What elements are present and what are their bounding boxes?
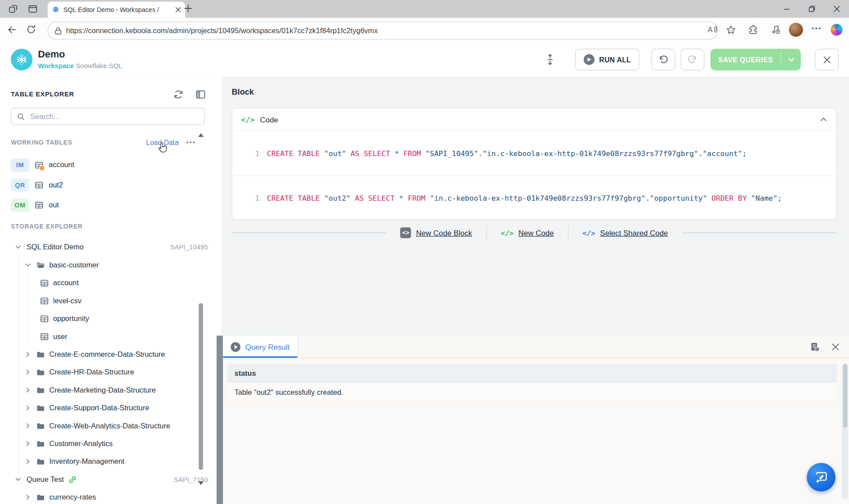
sql-editor-2[interactable]: 1CREATE TABLE "out2" AS SELECT * FROM "i… <box>232 176 836 221</box>
tree-row-create-web-analytics-data-structure[interactable]: Create-Web-Analytics-Data-Structure <box>0 417 217 435</box>
tree-row-inventory-management[interactable]: Inventory-Management <box>0 453 217 470</box>
close-workspace-button[interactable] <box>815 49 839 70</box>
shared-code-icon: </> <box>582 229 595 237</box>
folder-icon <box>36 404 45 412</box>
tree-row-user[interactable]: user <box>0 328 217 345</box>
scrollbar-thumb[interactable] <box>843 364 847 428</box>
window-restore-icon[interactable] <box>799 0 824 18</box>
collapse-editors-icon[interactable] <box>543 53 557 67</box>
window-minimize-icon[interactable] <box>774 0 799 18</box>
redo-button[interactable] <box>681 49 704 70</box>
divider-line <box>232 232 386 233</box>
sql-code-line: CREATE TABLE "out2" AS SELECT * FROM "in… <box>267 194 782 202</box>
working-table-account[interactable]: IMaccount <box>11 155 197 175</box>
toggle-sidebar-icon[interactable] <box>195 89 206 99</box>
undo-button[interactable] <box>651 49 675 70</box>
tree-row-customer-analytics[interactable]: Customer-Analytics <box>0 435 217 452</box>
query-result-tab[interactable]: Query Result <box>223 336 298 358</box>
tree-row-sql-editor-demo[interactable]: SQL Editor DemoSAPI_10495 <box>0 238 217 256</box>
search-icon <box>17 112 25 120</box>
chevron-right-icon[interactable] <box>24 422 32 430</box>
tree-row-create-e-commerce-data-structure[interactable]: Create-E-commerce-Data-Structure <box>0 345 217 363</box>
working-tables-menu-icon[interactable] <box>186 141 195 144</box>
browser-menu-icon[interactable] <box>812 27 821 30</box>
run-all-button[interactable]: RUN ALL <box>575 49 639 70</box>
panel-resize-handle[interactable] <box>217 336 223 504</box>
tree-row-queue-test[interactable]: Queue TestSAPI_7150 <box>0 470 217 488</box>
collapse-code-icon[interactable] <box>820 115 827 123</box>
close-result-icon[interactable] <box>832 343 839 351</box>
new-code-button[interactable]: </> New Code <box>487 229 568 237</box>
working-table-out[interactable]: OMout <box>11 195 197 215</box>
sql-editor-1[interactable]: 1CREATE TABLE "out" AS SELECT * FROM "SA… <box>232 131 836 175</box>
table-name: out2 <box>49 181 63 189</box>
refresh-tables-icon[interactable] <box>173 89 184 99</box>
tree-row-opportunity[interactable]: opportunity <box>0 309 217 327</box>
vertical-tabs-icon[interactable] <box>28 4 38 14</box>
tree-row-create-hr-data-structure[interactable]: Create-HR-Data-Structure <box>0 363 217 381</box>
copilot-icon[interactable] <box>830 24 842 36</box>
scroll-down-icon[interactable] <box>198 481 203 485</box>
chevron-down-icon[interactable] <box>24 261 32 269</box>
snowflake-logo <box>11 49 32 70</box>
sql-code-line: CREATE TABLE "out" AS SELECT * FROM "SAP… <box>267 149 747 158</box>
profile-avatar[interactable] <box>789 23 803 37</box>
divider-line <box>682 232 836 233</box>
tree-row-create-support-data-structure[interactable]: Create-Support-Data-Structure <box>0 399 217 416</box>
folder-icon <box>36 493 45 502</box>
chevron-right-icon[interactable] <box>24 368 32 376</box>
play-icon <box>584 54 594 65</box>
tree-row-currency-rates[interactable]: currency-rates <box>0 488 217 504</box>
scroll-up-icon[interactable] <box>198 133 203 137</box>
tree-row-account[interactable]: account <box>0 274 217 292</box>
window-controls <box>774 0 849 18</box>
extensions-icon[interactable] <box>748 25 758 34</box>
table-icon <box>34 180 43 189</box>
tree-label: user <box>53 332 67 340</box>
select-shared-code-button[interactable]: </> Select Shared Code <box>568 229 682 237</box>
workspace-title: Demo <box>38 49 65 60</box>
tree-label: opportunity <box>53 314 89 322</box>
save-queries-button[interactable]: SAVE QUERIES <box>711 49 801 70</box>
browser-tab-strip: SQL Editor Demo - Workspaces / <box>0 0 849 18</box>
chevron-right-icon[interactable] <box>24 439 32 447</box>
favorites-star-icon[interactable] <box>726 25 736 34</box>
tree-row-create-marketing-data-structure[interactable]: Create-Marketing-Data-Structure <box>0 381 217 399</box>
add-code-actions: <> New Code Block </> New Code </> Selec… <box>232 224 837 241</box>
tab-close-icon[interactable] <box>176 7 181 12</box>
result-scrollbar[interactable] <box>842 364 848 499</box>
address-bar[interactable]: https://connection.keboola.com/admin/pro… <box>48 22 718 39</box>
read-aloud-icon[interactable]: A <box>707 25 718 34</box>
search-input[interactable] <box>29 112 199 121</box>
reload-icon[interactable] <box>26 24 36 34</box>
window-close-icon[interactable] <box>824 0 849 18</box>
save-options-caret-icon[interactable] <box>781 57 801 61</box>
mouse-cursor <box>158 142 169 154</box>
chevron-down-icon[interactable] <box>14 475 22 483</box>
chevron-right-icon[interactable] <box>24 404 32 412</box>
chevron-down-icon[interactable] <box>14 243 22 251</box>
tree-label: Customer-Analytics <box>49 439 112 447</box>
tree-row-basic-customer[interactable]: basic-customer <box>0 256 217 274</box>
back-icon[interactable] <box>7 24 17 35</box>
tree-label: Queue Test <box>27 475 64 483</box>
table-search[interactable] <box>11 108 204 125</box>
new-code-block-button[interactable]: <> New Code Block <box>386 227 486 238</box>
chevron-right-icon[interactable] <box>24 386 32 394</box>
tree-row-level-csv[interactable]: level-csv <box>0 292 217 309</box>
code-block-header[interactable]: </> Code <box>232 108 836 131</box>
browser-tab[interactable]: SQL Editor Demo - Workspaces / <box>48 2 185 18</box>
sidebar-scrollbar[interactable] <box>197 132 205 493</box>
result-info-icon[interactable] <box>810 342 820 351</box>
workspace-backend-label: Snowflake SQL <box>76 62 122 70</box>
media-controls-icon[interactable] <box>771 25 781 34</box>
chevron-right-icon[interactable] <box>24 493 32 501</box>
new-tab-icon[interactable] <box>184 4 192 12</box>
chevron-right-icon[interactable] <box>24 458 32 466</box>
chevron-right-icon[interactable] <box>24 350 32 358</box>
tab-actions-icon[interactable] <box>9 4 18 14</box>
table-icon <box>40 279 49 287</box>
working-table-out2[interactable]: QRout2 <box>11 175 197 195</box>
scrollbar-thumb[interactable] <box>199 303 203 470</box>
support-chat-button[interactable] <box>807 463 835 492</box>
